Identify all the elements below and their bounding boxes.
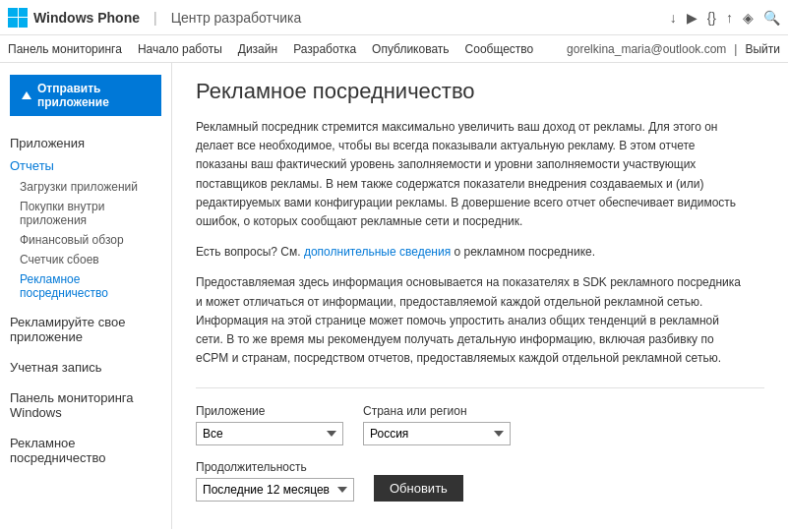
brand-title: Windows Phone xyxy=(33,10,140,26)
nav-item-community[interactable]: Сообщество xyxy=(465,42,534,56)
country-group: Страна или регион Россия xyxy=(363,404,511,445)
form-row-1: Приложение Все Страна или регион Россия xyxy=(196,404,764,445)
duration-group: Продолжительность Последние 12 месяцев xyxy=(196,460,354,502)
eye-icon[interactable]: ◈ xyxy=(743,10,754,26)
logout-link[interactable]: Выйти xyxy=(745,42,780,56)
content-area: Рекламное посредничество Рекламный посре… xyxy=(172,63,788,529)
sidebar-sub-ad-mediation[interactable]: Рекламное посредничество xyxy=(0,269,171,303)
page-title: Рекламное посредничество xyxy=(196,79,764,104)
nav-item-monitoring[interactable]: Панель мониторинга xyxy=(8,42,122,56)
nav-item-publish[interactable]: Опубликовать xyxy=(372,42,449,56)
sidebar-sub-crashes[interactable]: Счетчик сбоев xyxy=(0,250,171,269)
sidebar: Отправить приложение Приложения Отчеты З… xyxy=(0,63,172,529)
nav-item-develop[interactable]: Разработка xyxy=(293,42,356,56)
filter-form: Приложение Все Страна или регион Россия … xyxy=(196,387,764,502)
header-top: Windows Phone | Центр разработчика ↓ ▶ {… xyxy=(0,0,788,35)
sidebar-sub-downloads[interactable]: Загрузки приложений xyxy=(0,177,171,197)
nav-left: Панель мониторинга Начало работы Дизайн … xyxy=(8,42,533,56)
sidebar-spacer-1 xyxy=(0,303,171,311)
nav-item-design[interactable]: Дизайн xyxy=(238,42,277,56)
user-email: gorelkina_maria@outlook.com xyxy=(567,42,726,56)
duration-label: Продолжительность xyxy=(196,460,354,474)
header-icons: ↓ ▶ {} ↑ ◈ 🔍 xyxy=(670,10,780,26)
country-label: Страна или регион xyxy=(363,404,511,418)
code-icon[interactable]: {} xyxy=(707,10,716,26)
app-select[interactable]: Все xyxy=(196,422,343,445)
sidebar-spacer-3 xyxy=(0,379,171,386)
duration-select[interactable]: Последние 12 месяцев xyxy=(196,478,354,502)
sidebar-item-windows-dashboard[interactable]: Панель мониторинга Windows xyxy=(0,386,171,424)
paragraph-3: Предоставляемая здесь информация основыв… xyxy=(196,273,747,368)
more-info-link[interactable]: дополнительные сведения xyxy=(304,245,451,259)
nav-right: gorelkina_maria@outlook.com | Выйти xyxy=(567,42,780,56)
sidebar-item-advertise[interactable]: Рекламируйте свое приложение xyxy=(0,311,171,348)
sidebar-item-account[interactable]: Учетная запись xyxy=(0,356,171,379)
sidebar-item-reports[interactable]: Отчеты xyxy=(0,154,171,177)
dev-center-title: Центр разработчика xyxy=(171,10,302,26)
submit-app-button[interactable]: Отправить приложение xyxy=(10,75,161,116)
sidebar-sub-finance[interactable]: Финансовый обзор xyxy=(0,230,171,250)
form-row-2: Продолжительность Последние 12 месяцев О… xyxy=(196,457,764,502)
nav-item-start[interactable]: Начало работы xyxy=(138,42,222,56)
app-label: Приложение xyxy=(196,404,343,418)
upload-icon[interactable]: ↑ xyxy=(726,10,733,26)
sidebar-spacer-2 xyxy=(0,348,171,356)
sidebar-sub-purchases[interactable]: Покупки внутри приложения xyxy=(0,197,171,230)
para2-prefix: Есть вопросы? См. xyxy=(196,245,304,259)
brand-area: Windows Phone | Центр разработчика xyxy=(8,8,301,28)
arrow-up-icon xyxy=(22,91,31,99)
nav-divider: | xyxy=(734,42,737,56)
paragraph-2: Есть вопросы? См. дополнительные сведени… xyxy=(196,243,747,262)
paragraph-1: Рекламный посредник стремится максимальн… xyxy=(196,118,747,231)
submit-app-label: Отправить приложение xyxy=(37,82,150,109)
download-icon[interactable]: ↓ xyxy=(670,10,677,26)
brand-divider: | xyxy=(153,10,157,26)
para2-suffix: о рекламном посреднике. xyxy=(451,245,595,259)
search-icon[interactable]: 🔍 xyxy=(763,10,780,26)
app-group: Приложение Все xyxy=(196,404,343,445)
main-layout: Отправить приложение Приложения Отчеты З… xyxy=(0,63,788,529)
sidebar-spacer-4 xyxy=(0,424,171,432)
sidebar-item-ad-mediation[interactable]: Рекламное посредничество xyxy=(0,432,171,469)
country-select[interactable]: Россия xyxy=(363,422,511,445)
update-button[interactable]: Обновить xyxy=(374,475,463,502)
windows-logo-icon xyxy=(8,8,28,28)
play-icon[interactable]: ▶ xyxy=(687,10,697,26)
sidebar-item-apps[interactable]: Приложения xyxy=(0,132,171,154)
nav-bar: Панель мониторинга Начало работы Дизайн … xyxy=(0,35,788,63)
